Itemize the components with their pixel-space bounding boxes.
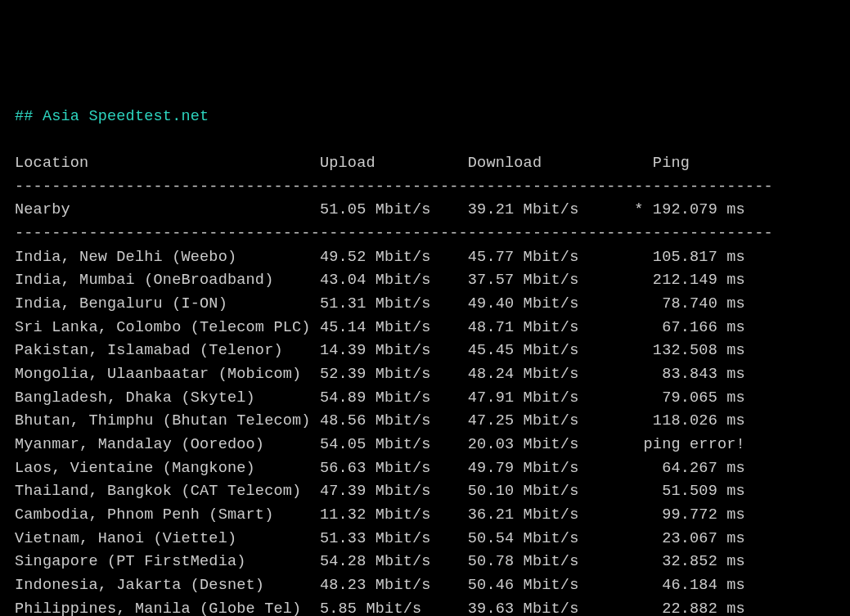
row-upload: 52.39 Mbit/s bbox=[320, 366, 468, 383]
table-row: Pakistan, Islamabad (Telenor) 14.39 Mbit… bbox=[15, 342, 745, 359]
row-upload: 48.56 Mbit/s bbox=[320, 412, 468, 429]
row-location: Myanmar, Mandalay (Ooredoo) bbox=[15, 436, 320, 453]
nearby-ping: * 192.079 ms bbox=[625, 201, 745, 218]
row-location: Thailand, Bangkok (CAT Telecom) bbox=[15, 483, 320, 500]
row-upload: 51.31 Mbit/s bbox=[320, 295, 468, 312]
row-download: 37.57 Mbit/s bbox=[468, 272, 625, 289]
table-row: Laos, Vientaine (Mangkone) 56.63 Mbit/s … bbox=[15, 460, 745, 477]
nearby-download: 39.21 Mbit/s bbox=[468, 201, 625, 218]
table-row: India, Bengaluru (I-ON) 51.31 Mbit/s 49.… bbox=[15, 295, 745, 312]
row-download: 50.46 Mbit/s bbox=[468, 577, 625, 594]
row-upload: 5.85 Mbit/s bbox=[320, 600, 468, 616]
row-location: India, Mumbai (OneBroadband) bbox=[15, 272, 320, 289]
row-location: Laos, Vientaine (Mangkone) bbox=[15, 460, 320, 477]
row-upload: 14.39 Mbit/s bbox=[320, 342, 468, 359]
table-row: Indonesia, Jakarta (Desnet) 48.23 Mbit/s… bbox=[15, 577, 745, 594]
row-ping: 118.026 ms bbox=[625, 412, 745, 429]
row-ping: 23.067 ms bbox=[625, 530, 745, 547]
row-download: 20.03 Mbit/s bbox=[468, 436, 625, 453]
nearby-upload: 51.05 Mbit/s bbox=[320, 201, 468, 218]
row-location: Pakistan, Islamabad (Telenor) bbox=[15, 342, 320, 359]
table-row: Vietnam, Hanoi (Viettel) 51.33 Mbit/s 50… bbox=[15, 530, 745, 547]
table-row: Cambodia, Phnom Penh (Smart) 11.32 Mbit/… bbox=[15, 506, 745, 524]
row-location: Cambodia, Phnom Penh (Smart) bbox=[15, 506, 320, 524]
row-ping: 51.509 ms bbox=[625, 483, 745, 500]
row-download: 48.71 Mbit/s bbox=[468, 319, 625, 336]
row-ping: 132.508 ms bbox=[625, 342, 745, 359]
row-download: 50.10 Mbit/s bbox=[468, 483, 625, 500]
row-download: 50.78 Mbit/s bbox=[468, 553, 625, 570]
row-upload: 56.63 Mbit/s bbox=[320, 460, 468, 477]
table-row: Singapore (PT FirstMedia) 54.28 Mbit/s 5… bbox=[15, 553, 745, 570]
terminal-output: ## Asia Speedtest.net Location Upload Do… bbox=[15, 106, 835, 616]
row-location: Philippines, Manila (Globe Tel) bbox=[15, 600, 320, 616]
row-location: Singapore (PT FirstMedia) bbox=[15, 553, 320, 570]
row-download: 39.63 Mbit/s bbox=[468, 600, 625, 616]
header-ping: Ping bbox=[625, 155, 690, 172]
row-download: 47.25 Mbit/s bbox=[468, 412, 625, 429]
header-location: Location bbox=[15, 155, 320, 172]
row-location: Vietnam, Hanoi (Viettel) bbox=[15, 530, 320, 547]
row-upload: 11.32 Mbit/s bbox=[320, 506, 468, 524]
row-location: Bangladesh, Dhaka (Skytel) bbox=[15, 389, 320, 407]
row-ping: 67.166 ms bbox=[625, 319, 745, 336]
row-ping: 99.772 ms bbox=[625, 506, 745, 524]
row-download: 50.54 Mbit/s bbox=[468, 530, 625, 547]
divider: ----------------------------------------… bbox=[15, 225, 773, 242]
table-row: Bhutan, Thimphu (Bhutan Telecom) 48.56 M… bbox=[15, 412, 745, 429]
row-ping: 79.065 ms bbox=[625, 389, 745, 407]
row-ping: 83.843 ms bbox=[625, 366, 745, 383]
header-row: Location Upload Download Ping bbox=[15, 155, 690, 172]
row-ping: 105.817 ms bbox=[625, 249, 745, 266]
row-location: Mongolia, Ulaanbaatar (Mobicom) bbox=[15, 366, 320, 383]
row-download: 45.77 Mbit/s bbox=[468, 249, 625, 266]
row-download: 45.45 Mbit/s bbox=[468, 342, 625, 359]
row-ping: 64.267 ms bbox=[625, 460, 745, 477]
row-download: 49.79 Mbit/s bbox=[468, 460, 625, 477]
table-row: Sri Lanka, Colombo (Telecom PLC) 45.14 M… bbox=[15, 319, 745, 336]
table-row: Bangladesh, Dhaka (Skytel) 54.89 Mbit/s … bbox=[15, 389, 745, 407]
row-location: Bhutan, Thimphu (Bhutan Telecom) bbox=[15, 412, 320, 429]
row-upload: 48.23 Mbit/s bbox=[320, 577, 468, 594]
table-row: Myanmar, Mandalay (Ooredoo) 54.05 Mbit/s… bbox=[15, 436, 745, 453]
table-row: Mongolia, Ulaanbaatar (Mobicom) 52.39 Mb… bbox=[15, 366, 745, 383]
row-location: India, Bengaluru (I-ON) bbox=[15, 295, 320, 312]
row-ping: 46.184 ms bbox=[625, 577, 745, 594]
table-row: Philippines, Manila (Globe Tel) 5.85 Mbi… bbox=[15, 600, 745, 616]
row-ping: 22.882 ms bbox=[625, 600, 745, 616]
row-upload: 49.52 Mbit/s bbox=[320, 249, 468, 266]
row-download: 36.21 Mbit/s bbox=[468, 506, 625, 524]
nearby-row: Nearby 51.05 Mbit/s 39.21 Mbit/s * 192.0… bbox=[15, 201, 745, 218]
row-ping: 212.149 ms bbox=[625, 272, 745, 289]
header-download: Download bbox=[468, 155, 625, 172]
row-download: 48.24 Mbit/s bbox=[468, 366, 625, 383]
row-upload: 45.14 Mbit/s bbox=[320, 319, 468, 336]
header-upload: Upload bbox=[320, 155, 468, 172]
row-location: Indonesia, Jakarta (Desnet) bbox=[15, 577, 320, 594]
row-upload: 51.33 Mbit/s bbox=[320, 530, 468, 547]
section-title: ## Asia Speedtest.net bbox=[15, 108, 209, 125]
row-download: 49.40 Mbit/s bbox=[468, 295, 625, 312]
row-upload: 54.89 Mbit/s bbox=[320, 389, 468, 407]
table-row: Thailand, Bangkok (CAT Telecom) 47.39 Mb… bbox=[15, 483, 745, 500]
row-location: Sri Lanka, Colombo (Telecom PLC) bbox=[15, 319, 320, 336]
row-ping: 78.740 ms bbox=[625, 295, 745, 312]
row-download: 47.91 Mbit/s bbox=[468, 389, 625, 407]
table-row: India, New Delhi (Weebo) 49.52 Mbit/s 45… bbox=[15, 249, 745, 266]
row-upload: 43.04 Mbit/s bbox=[320, 272, 468, 289]
divider: ----------------------------------------… bbox=[15, 178, 773, 196]
row-upload: 54.28 Mbit/s bbox=[320, 553, 468, 570]
row-ping: ping error! bbox=[625, 436, 745, 453]
row-upload: 54.05 Mbit/s bbox=[320, 436, 468, 453]
row-upload: 47.39 Mbit/s bbox=[320, 483, 468, 500]
table-row: India, Mumbai (OneBroadband) 43.04 Mbit/… bbox=[15, 272, 745, 289]
nearby-location: Nearby bbox=[15, 201, 320, 218]
row-location: India, New Delhi (Weebo) bbox=[15, 249, 320, 266]
row-ping: 32.852 ms bbox=[625, 553, 745, 570]
